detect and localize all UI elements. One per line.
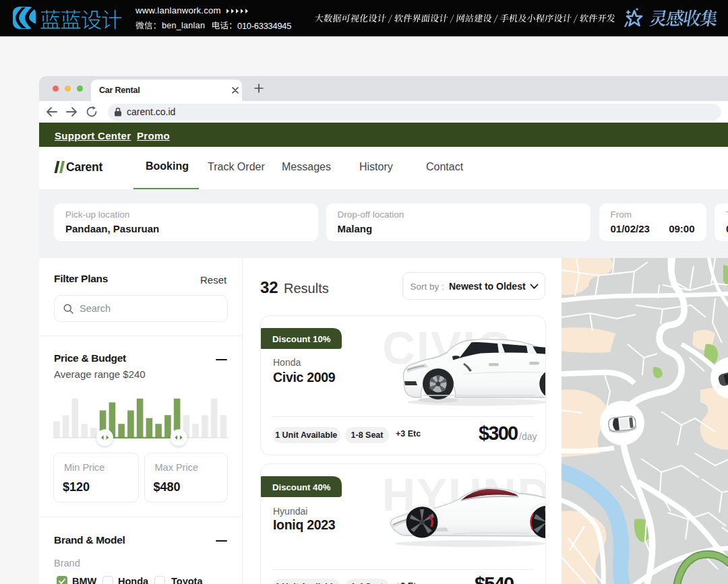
svg-text:Discount 10%: Discount 10% [272, 334, 331, 344]
svg-text:Discount 40%: Discount 40% [272, 482, 331, 492]
